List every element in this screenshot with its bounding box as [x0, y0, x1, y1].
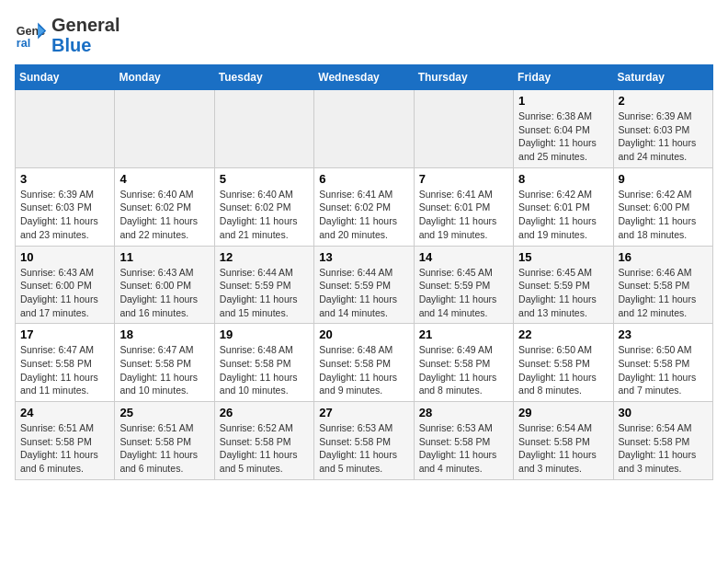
day-number: 12: [220, 250, 309, 264]
calendar-cell: 30Sunrise: 6:54 AM Sunset: 5:58 PM Dayli…: [613, 402, 712, 480]
day-number: 23: [619, 327, 708, 341]
day-info: Sunrise: 6:48 AM Sunset: 5:58 PM Dayligh…: [319, 343, 408, 397]
calendar-cell: 6Sunrise: 6:41 AM Sunset: 6:02 PM Daylig…: [314, 167, 414, 246]
calendar-cell: 14Sunrise: 6:45 AM Sunset: 5:59 PM Dayli…: [414, 246, 513, 324]
day-info: Sunrise: 6:53 AM Sunset: 5:58 PM Dayligh…: [319, 421, 408, 476]
calendar-cell: 3Sunrise: 6:39 AM Sunset: 6:03 PM Daylig…: [16, 167, 115, 246]
day-number: 17: [20, 327, 109, 341]
weekday-header-thursday: Thursday: [414, 65, 513, 90]
weekday-header-tuesday: Tuesday: [214, 65, 313, 90]
calendar-cell: 24Sunrise: 6:51 AM Sunset: 5:58 PM Dayli…: [16, 402, 115, 480]
day-number: 6: [319, 172, 408, 186]
logo-general: Gene: [51, 15, 97, 35]
weekday-header-sunday: Sunday: [16, 65, 115, 90]
calendar-cell: 17Sunrise: 6:47 AM Sunset: 5:58 PM Dayli…: [16, 324, 115, 402]
calendar-cell: 27Sunrise: 6:53 AM Sunset: 5:58 PM Dayli…: [314, 402, 414, 480]
weekday-header-saturday: Saturday: [613, 65, 712, 90]
calendar-cell: 2Sunrise: 6:39 AM Sunset: 6:03 PM Daylig…: [613, 90, 712, 168]
calendar-header-row: SundayMondayTuesdayWednesdayThursdayFrid…: [16, 65, 713, 90]
day-number: 1: [518, 94, 608, 108]
calendar: SundayMondayTuesdayWednesdayThursdayFrid…: [15, 64, 713, 480]
calendar-week-2: 3Sunrise: 6:39 AM Sunset: 6:03 PM Daylig…: [16, 167, 713, 246]
calendar-week-4: 17Sunrise: 6:47 AM Sunset: 5:58 PM Dayli…: [16, 324, 713, 402]
day-info: Sunrise: 6:46 AM Sunset: 5:58 PM Dayligh…: [619, 266, 708, 320]
calendar-cell: 29Sunrise: 6:54 AM Sunset: 5:58 PM Dayli…: [514, 402, 613, 480]
day-number: 4: [119, 172, 209, 186]
day-info: Sunrise: 6:43 AM Sunset: 6:00 PM Dayligh…: [119, 266, 209, 320]
day-info: Sunrise: 6:48 AM Sunset: 5:58 PM Dayligh…: [220, 343, 309, 397]
calendar-cell: 7Sunrise: 6:41 AM Sunset: 6:01 PM Daylig…: [414, 167, 513, 246]
calendar-cell: 10Sunrise: 6:43 AM Sunset: 6:00 PM Dayli…: [16, 246, 115, 324]
day-info: Sunrise: 6:42 AM Sunset: 6:01 PM Dayligh…: [518, 188, 608, 242]
day-number: 15: [518, 250, 608, 264]
day-number: 26: [220, 406, 309, 419]
day-number: 16: [619, 250, 708, 264]
day-number: 13: [319, 250, 408, 264]
calendar-cell: 19Sunrise: 6:48 AM Sunset: 5:58 PM Dayli…: [214, 324, 313, 402]
day-info: Sunrise: 6:44 AM Sunset: 5:59 PM Dayligh…: [319, 266, 408, 320]
day-number: 22: [518, 327, 608, 341]
calendar-week-1: 1Sunrise: 6:38 AM Sunset: 6:04 PM Daylig…: [16, 90, 713, 168]
day-info: Sunrise: 6:54 AM Sunset: 5:58 PM Dayligh…: [619, 421, 708, 476]
day-number: 27: [319, 406, 408, 419]
day-info: Sunrise: 6:51 AM Sunset: 5:58 PM Dayligh…: [119, 421, 209, 476]
day-info: Sunrise: 6:54 AM Sunset: 5:58 PM Dayligh…: [518, 421, 608, 476]
calendar-cell: [115, 90, 214, 168]
day-info: Sunrise: 6:41 AM Sunset: 6:02 PM Dayligh…: [319, 188, 408, 242]
day-info: Sunrise: 6:50 AM Sunset: 5:58 PM Dayligh…: [619, 343, 708, 397]
calendar-cell: 1Sunrise: 6:38 AM Sunset: 6:04 PM Daylig…: [514, 90, 613, 168]
logo-blue: Blue: [51, 35, 91, 55]
day-info: Sunrise: 6:51 AM Sunset: 5:58 PM Dayligh…: [20, 421, 109, 476]
day-info: Sunrise: 6:43 AM Sunset: 6:00 PM Dayligh…: [20, 266, 109, 320]
day-number: 10: [20, 250, 109, 264]
day-number: 19: [220, 327, 309, 341]
calendar-cell: 25Sunrise: 6:51 AM Sunset: 5:58 PM Dayli…: [115, 402, 214, 480]
calendar-cell: [414, 90, 513, 168]
weekday-header-monday: Monday: [115, 65, 214, 90]
day-info: Sunrise: 6:45 AM Sunset: 5:59 PM Dayligh…: [518, 266, 608, 320]
calendar-cell: 9Sunrise: 6:42 AM Sunset: 6:00 PM Daylig…: [613, 167, 712, 246]
calendar-cell: 16Sunrise: 6:46 AM Sunset: 5:58 PM Dayli…: [613, 246, 712, 324]
calendar-cell: 20Sunrise: 6:48 AM Sunset: 5:58 PM Dayli…: [314, 324, 414, 402]
calendar-cell: 22Sunrise: 6:50 AM Sunset: 5:58 PM Dayli…: [514, 324, 613, 402]
day-number: 30: [619, 406, 708, 419]
calendar-cell: 28Sunrise: 6:53 AM Sunset: 5:58 PM Dayli…: [414, 402, 513, 480]
day-info: Sunrise: 6:52 AM Sunset: 5:58 PM Dayligh…: [220, 421, 309, 476]
day-info: Sunrise: 6:50 AM Sunset: 5:58 PM Dayligh…: [518, 343, 608, 397]
weekday-header-friday: Friday: [514, 65, 613, 90]
calendar-week-3: 10Sunrise: 6:43 AM Sunset: 6:00 PM Dayli…: [16, 246, 713, 324]
calendar-cell: 5Sunrise: 6:40 AM Sunset: 6:02 PM Daylig…: [214, 167, 313, 246]
day-number: 2: [619, 94, 708, 108]
logo-icon: Gene ral: [15, 18, 48, 52]
weekday-header-wednesday: Wednesday: [314, 65, 414, 90]
logo-ral: ral: [97, 15, 119, 35]
day-number: 3: [20, 172, 109, 186]
calendar-cell: 26Sunrise: 6:52 AM Sunset: 5:58 PM Dayli…: [214, 402, 313, 480]
day-number: 14: [419, 250, 508, 264]
day-info: Sunrise: 6:49 AM Sunset: 5:58 PM Dayligh…: [419, 343, 508, 397]
day-info: Sunrise: 6:44 AM Sunset: 5:59 PM Dayligh…: [220, 266, 309, 320]
calendar-week-5: 24Sunrise: 6:51 AM Sunset: 5:58 PM Dayli…: [16, 402, 713, 480]
logo: Gene ral General Blue: [15, 15, 120, 55]
calendar-cell: 23Sunrise: 6:50 AM Sunset: 5:58 PM Dayli…: [613, 324, 712, 402]
day-number: 7: [419, 172, 508, 186]
calendar-cell: 15Sunrise: 6:45 AM Sunset: 5:59 PM Dayli…: [514, 246, 613, 324]
day-number: 28: [419, 406, 508, 419]
page-header: Gene ral General Blue: [15, 15, 713, 55]
day-number: 29: [518, 406, 608, 419]
day-number: 18: [119, 327, 209, 341]
day-info: Sunrise: 6:39 AM Sunset: 6:03 PM Dayligh…: [619, 109, 708, 164]
day-number: 25: [119, 406, 209, 419]
calendar-cell: 4Sunrise: 6:40 AM Sunset: 6:02 PM Daylig…: [115, 167, 214, 246]
day-number: 20: [319, 327, 408, 341]
logo-text: General Blue: [51, 15, 120, 55]
calendar-cell: 12Sunrise: 6:44 AM Sunset: 5:59 PM Dayli…: [214, 246, 313, 324]
calendar-cell: 11Sunrise: 6:43 AM Sunset: 6:00 PM Dayli…: [115, 246, 214, 324]
day-number: 21: [419, 327, 508, 341]
calendar-cell: 13Sunrise: 6:44 AM Sunset: 5:59 PM Dayli…: [314, 246, 414, 324]
day-number: 24: [20, 406, 109, 419]
day-number: 8: [518, 172, 608, 186]
day-info: Sunrise: 6:40 AM Sunset: 6:02 PM Dayligh…: [220, 188, 309, 242]
day-info: Sunrise: 6:53 AM Sunset: 5:58 PM Dayligh…: [419, 421, 508, 476]
calendar-cell: 8Sunrise: 6:42 AM Sunset: 6:01 PM Daylig…: [514, 167, 613, 246]
